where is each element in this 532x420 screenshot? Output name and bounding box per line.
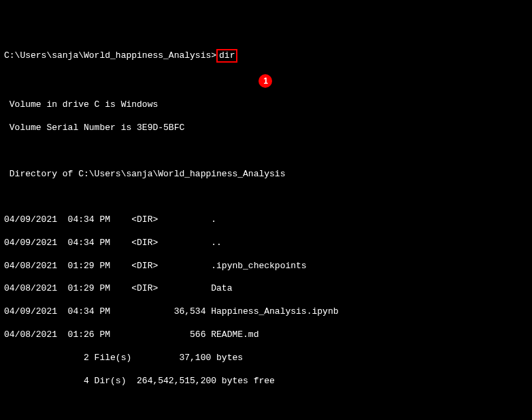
dir-summary2: 4 Dir(s) 264,542,515,200 bytes free (4, 376, 528, 387)
dir-entry: 04/08/2021 01:26 PM 566 README.md (4, 329, 528, 341)
out1-dirheader: Directory of C:\Users\sanja\World_happin… (4, 169, 528, 180)
cmd1-text: dir (219, 50, 235, 61)
dir-summary1: 2 File(s) 37,100 bytes (4, 353, 528, 364)
dir-entry: 04/09/2021 04:34 PM 36,534 Happiness_Ana… (4, 306, 528, 318)
highlight-cmd1: dir (216, 49, 237, 63)
out1-vol1: Volume in drive C is Windows (4, 99, 528, 111)
blank (4, 398, 528, 410)
blank (4, 146, 528, 157)
cmd1-line: C:\Users\sanja\World_happiness_Analysis>… (4, 49, 528, 63)
dir-entry: 04/09/2021 04:34 PM <DIR> .. (4, 238, 528, 249)
blank (4, 191, 528, 203)
badge-1: 1 (259, 74, 272, 88)
dir-entry: 04/09/2021 04:34 PM <DIR> . (4, 214, 528, 226)
badge1-line: 1 (4, 74, 528, 88)
prompt-1: C:\Users\sanja\World_happiness_Analysis> (4, 50, 216, 61)
dir-entry: 04/08/2021 01:29 PM <DIR> Data (4, 283, 528, 295)
out1-vol2: Volume Serial Number is 3E9D-5BFC (4, 123, 528, 134)
dir-entry: 04/08/2021 01:29 PM <DIR> .ipynb_checkpo… (4, 261, 528, 272)
